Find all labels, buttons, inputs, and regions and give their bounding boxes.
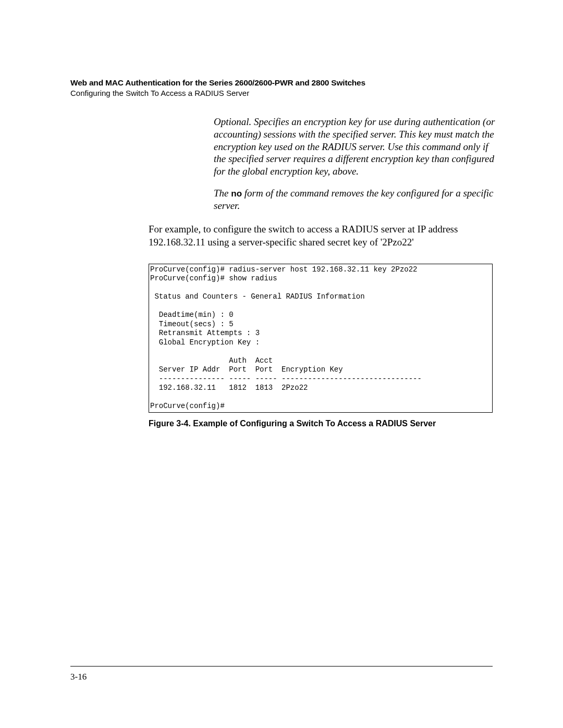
footer-divider: [70, 666, 493, 667]
header-subtitle: Configuring the Switch To Access a RADIU…: [70, 89, 493, 97]
desc2-suffix: form of the command removes the key conf…: [214, 188, 493, 211]
header-title: Web and MAC Authentication for the Serie…: [70, 78, 493, 88]
description-paragraph-1: Optional. Specifies an encryption key fo…: [214, 116, 495, 178]
figure-caption: Figure 3-4. Example of Configuring a Swi…: [149, 419, 493, 428]
desc2-bold-no: no: [231, 189, 242, 199]
example-intro: For example, to configure the switch to …: [149, 223, 493, 249]
page-number: 3-16: [70, 672, 87, 682]
description-paragraph-2: The no form of the command removes the k…: [214, 187, 495, 212]
desc2-prefix: The: [214, 188, 231, 199]
terminal-output: ProCurve(config)# radius-server host 192…: [149, 264, 493, 413]
